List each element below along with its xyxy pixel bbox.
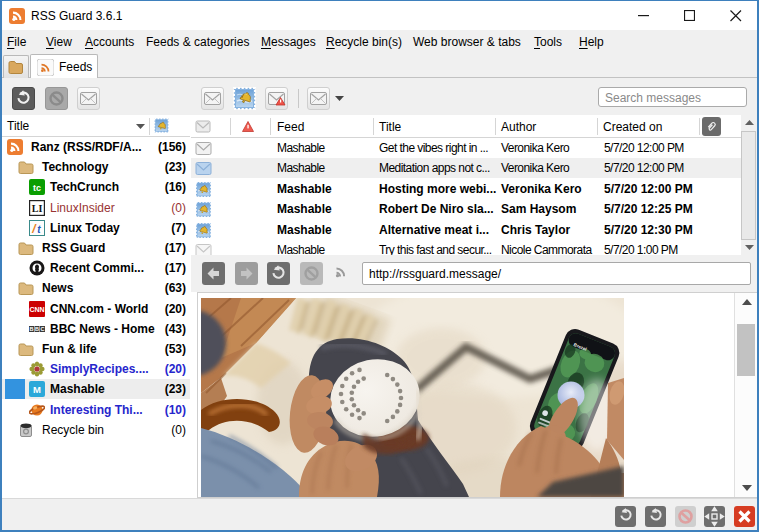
svg-text:C: C bbox=[41, 326, 45, 332]
svg-text:LI: LI bbox=[32, 203, 43, 214]
svg-text:M: M bbox=[33, 384, 41, 395]
svg-text:tc: tc bbox=[33, 183, 41, 193]
svg-text:B: B bbox=[30, 326, 34, 332]
svg-text:CNN: CNN bbox=[29, 306, 44, 313]
svg-text:B: B bbox=[35, 326, 39, 332]
